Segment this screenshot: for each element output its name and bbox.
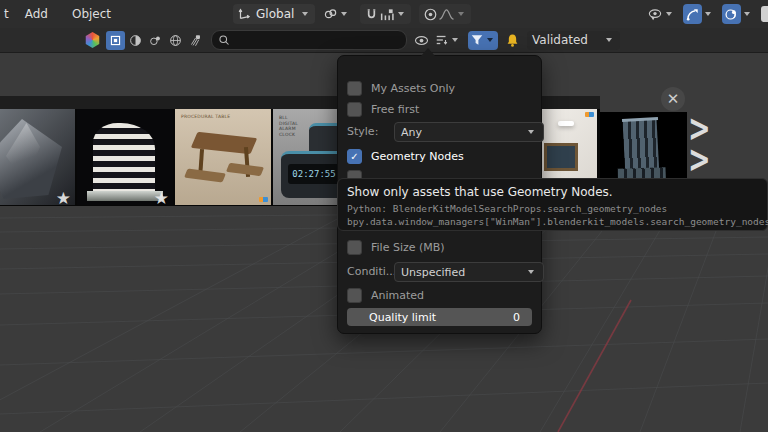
building-base	[87, 191, 163, 201]
ceiling-light	[558, 121, 574, 126]
validated-label: Validated	[532, 33, 603, 47]
falloff-curve-icon	[438, 7, 455, 22]
asset-thumbnail-crystal[interactable]: ★	[0, 109, 75, 205]
checkbox-file-size[interactable]	[347, 240, 362, 255]
notification-bell-icon[interactable]	[505, 33, 520, 48]
next-page-arrow-bottom[interactable]: >	[688, 141, 711, 177]
blenderkit-header: Validated	[0, 28, 768, 53]
asset-type-hdr-button[interactable]	[166, 31, 185, 50]
filter-label: Animated	[371, 289, 424, 302]
chevron-down-icon	[528, 270, 534, 274]
clock-display: 02:27:55	[288, 164, 340, 184]
gizmo-visibility-icon	[647, 7, 663, 22]
condition-dropdown[interactable]: Unspecified	[394, 262, 544, 282]
asset-type-scene-button[interactable]	[146, 31, 165, 50]
show-overlays-toggle[interactable]	[722, 4, 741, 24]
gizmo-arrow-icon	[685, 7, 700, 22]
search-input[interactable]	[234, 33, 400, 47]
magnet-icon	[364, 7, 379, 22]
chevron-down-icon	[398, 12, 404, 16]
chevron-down-icon	[458, 12, 464, 16]
blenderkit-logo-icon	[85, 32, 100, 48]
tooltip-python-ref: Python: BlenderKitModelSearchProps.searc…	[347, 203, 758, 216]
sort-list-icon	[435, 33, 449, 47]
chevron-down-icon	[302, 12, 308, 16]
chevron-down-icon	[666, 12, 672, 16]
asset-search-field[interactable]	[211, 30, 407, 50]
visibility-eye-icon[interactable]	[414, 33, 429, 48]
xray-toggle-partial[interactable]	[761, 6, 768, 22]
filter-row-free-first[interactable]: Free first	[347, 101, 532, 118]
filter-row-my-assets[interactable]: My Assets Only	[347, 80, 532, 97]
snap-increment-icon	[379, 7, 395, 22]
tooltip-python-path: bpy.data.window_managers["WinMan"].blend…	[347, 216, 758, 229]
chevron-down-icon	[528, 130, 534, 134]
blender-window: ★ ★ PROCEDURAL TABLE BLL DIGITAL ALARM C…	[0, 0, 768, 432]
filter-row-file-size[interactable]: File Size (MB)	[347, 239, 532, 256]
menu-select-fragment[interactable]: t	[0, 0, 13, 28]
asset-type-model-button[interactable]	[106, 31, 125, 50]
asset-type-material-button[interactable]	[126, 31, 145, 50]
filter-row-animated[interactable]: Animated	[347, 287, 532, 304]
tooltip-title: Show only assets that use Geometry Nodes…	[347, 185, 758, 199]
search-icon	[218, 34, 230, 46]
chevron-down-icon	[341, 12, 347, 16]
chevron-down-icon	[606, 38, 612, 42]
model-icon	[109, 34, 122, 47]
checkbox-animated[interactable]	[347, 288, 362, 303]
menu-add[interactable]: Add	[13, 0, 60, 28]
slider-value: 0	[513, 311, 520, 324]
filter-label: Free first	[371, 103, 419, 116]
chevron-right-icon: >	[688, 139, 711, 181]
quality-limit-slider[interactable]: Quality limit 0	[347, 308, 532, 326]
show-gizmos-toggle[interactable]	[683, 4, 702, 24]
filter-label: Style:	[347, 125, 378, 138]
asset-thumbnail-table[interactable]: PROCEDURAL TABLE	[175, 109, 271, 205]
proportional-editing-group[interactable]	[419, 4, 471, 24]
filter-funnel-icon	[470, 33, 484, 47]
snapping-group[interactable]	[360, 4, 411, 24]
close-icon: ✕	[667, 90, 680, 108]
thumbnail-caption: BLL DIGITAL ALARM CLOCK	[279, 115, 305, 138]
condition-value: Unspecified	[401, 266, 525, 279]
chevron-down-icon	[452, 38, 458, 42]
slider-label: Quality limit	[369, 311, 436, 324]
world-globe-icon	[169, 34, 182, 47]
filter-label: Geometry Nodes	[371, 150, 464, 163]
orientation-axes-icon	[237, 7, 251, 21]
sort-options-button[interactable]	[433, 30, 463, 50]
blenderkit-plan-badge	[585, 112, 594, 117]
validated-dropdown[interactable]: Validated	[527, 31, 620, 50]
painting	[544, 143, 578, 171]
blenderkit-plan-badge	[259, 197, 268, 202]
style-dropdown[interactable]: Any	[394, 122, 544, 142]
asset-type-brush-button[interactable]	[186, 31, 205, 50]
link-rings-icon	[323, 7, 338, 22]
thumbnail-caption: PROCEDURAL TABLE	[181, 114, 241, 120]
star-icon: ★	[56, 190, 71, 205]
proportional-editing-icon	[423, 7, 438, 22]
check-icon: ✓	[350, 152, 358, 162]
chevron-down-icon	[705, 12, 711, 16]
building-shape	[93, 123, 155, 197]
checkbox-geometry-nodes[interactable]: ✓	[347, 149, 362, 164]
bench	[226, 163, 264, 176]
chevron-down-icon	[487, 38, 493, 42]
transform-orientation-dropdown[interactable]: Global	[233, 4, 315, 24]
close-asset-bar-button[interactable]: ✕	[661, 87, 685, 111]
checkbox-free-first[interactable]	[347, 102, 362, 117]
filter-button[interactable]	[468, 31, 498, 50]
material-sphere-icon	[129, 34, 142, 47]
snap-target-button[interactable]	[321, 4, 352, 24]
asset-thumbnail-curved-building[interactable]: ★	[77, 109, 173, 205]
top-header-bar: t Add Object Global	[0, 0, 768, 29]
popup-pointer	[421, 48, 435, 56]
menu-object[interactable]: Object	[60, 0, 123, 28]
checkbox-my-assets[interactable]	[347, 81, 362, 96]
filter-label: File Size (MB)	[371, 241, 445, 254]
star-icon: ★	[154, 190, 169, 205]
show-gizmo-button[interactable]	[645, 4, 677, 24]
chevron-down-icon	[744, 12, 750, 16]
filter-label: Conditi...	[347, 265, 396, 278]
filter-row-geometry-nodes[interactable]: ✓ Geometry Nodes	[347, 148, 532, 165]
